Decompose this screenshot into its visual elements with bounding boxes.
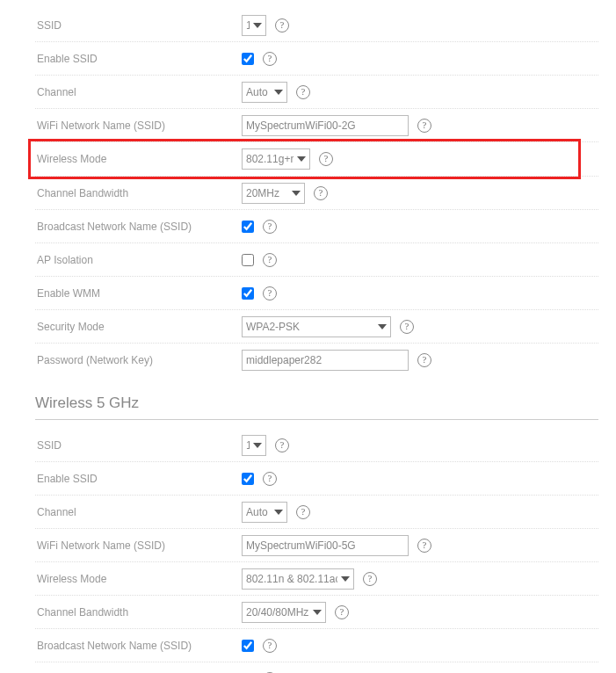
row-enable-ssid-5: Enable SSID ?: [35, 462, 598, 496]
label-enable-ssid-5: Enable SSID: [35, 473, 242, 485]
help-icon[interactable]: ?: [335, 605, 349, 619]
row-wireless-mode-5: Wireless Mode 802.11n & 802.11ac ?: [35, 562, 598, 596]
row-ap-isolation-24: AP Isolation ?: [35, 243, 598, 277]
enable-wmm-checkbox-24[interactable]: [242, 287, 254, 300]
help-icon[interactable]: ?: [314, 186, 328, 200]
ssid-select-24[interactable]: 1: [242, 15, 266, 36]
enable-ssid-checkbox-5[interactable]: [242, 473, 254, 485]
label-enable-wmm-24: Enable WMM: [35, 287, 242, 300]
row-password-24: Password (Network Key) ?: [35, 344, 598, 377]
help-icon[interactable]: ?: [275, 438, 289, 452]
channel-select-24[interactable]: Auto: [242, 82, 287, 103]
label-enable-ssid-24: Enable SSID: [35, 53, 242, 65]
row-ssid-24: SSID 1 ?: [35, 9, 598, 42]
ssid-select-5[interactable]: 1: [242, 435, 266, 456]
network-name-input-24[interactable]: [242, 115, 409, 136]
label-channel-bw-24: Channel Bandwidth: [35, 187, 242, 199]
row-network-name-24: WiFi Network Name (SSID) ?: [35, 109, 598, 142]
ap-isolation-checkbox-24[interactable]: [242, 254, 254, 266]
broadcast-checkbox-24[interactable]: [242, 221, 254, 233]
channel-select-5[interactable]: Auto: [242, 502, 287, 523]
row-channel-24: Channel Auto ?: [35, 76, 598, 109]
wireless-mode-select-24[interactable]: 802.11g+n: [242, 148, 310, 170]
wireless-mode-select-5[interactable]: 802.11n & 802.11ac: [242, 568, 354, 590]
help-icon[interactable]: ?: [263, 220, 277, 234]
help-icon[interactable]: ?: [363, 572, 377, 586]
row-wireless-mode-24: Wireless Mode 802.11g+n ?: [35, 142, 598, 177]
broadcast-checkbox-5[interactable]: [242, 640, 254, 652]
label-channel-bw-5: Channel Bandwidth: [35, 606, 242, 619]
label-security-mode-24: Security Mode: [35, 321, 242, 333]
security-mode-select-24[interactable]: WPA2-PSK: [242, 316, 391, 337]
help-icon[interactable]: ?: [400, 320, 414, 334]
row-ssid-5: SSID 1 ?: [35, 429, 598, 462]
divider: [35, 419, 598, 420]
label-channel-5: Channel: [35, 506, 242, 518]
help-icon[interactable]: ?: [296, 505, 310, 519]
password-input-24[interactable]: [242, 350, 409, 371]
help-icon[interactable]: ?: [275, 18, 289, 33]
row-network-name-5: WiFi Network Name (SSID) ?: [35, 529, 598, 562]
row-security-mode-24: Security Mode WPA2-PSK ?: [35, 310, 598, 344]
help-icon[interactable]: ?: [263, 639, 277, 653]
label-ap-isolation-24: AP Isolation: [35, 254, 242, 266]
help-icon[interactable]: ?: [263, 286, 277, 300]
label-ssid-24: SSID: [35, 19, 242, 32]
label-broadcast-5: Broadcast Network Name (SSID): [35, 640, 242, 652]
row-broadcast-24: Broadcast Network Name (SSID) ?: [35, 210, 598, 243]
help-icon[interactable]: ?: [417, 539, 431, 553]
help-icon[interactable]: ?: [263, 52, 277, 66]
label-ssid-5: SSID: [35, 439, 242, 452]
row-enable-ssid-24: Enable SSID ?: [35, 42, 598, 76]
help-icon[interactable]: ?: [263, 253, 277, 267]
label-wireless-mode-5: Wireless Mode: [35, 573, 242, 585]
label-broadcast-24: Broadcast Network Name (SSID): [35, 221, 242, 233]
channel-bw-select-24[interactable]: 20MHz: [242, 183, 305, 204]
section-title-5ghz: Wireless 5 GHz: [35, 394, 598, 412]
label-network-name-24: WiFi Network Name (SSID): [35, 119, 242, 132]
help-icon[interactable]: ?: [417, 119, 431, 133]
row-channel-bw-5: Channel Bandwidth 20/40/80MHz ?: [35, 596, 598, 629]
row-channel-bw-24: Channel Bandwidth 20MHz ?: [35, 177, 598, 210]
row-ap-isolation-5: AP Isolation ?: [35, 662, 598, 673]
help-icon[interactable]: ?: [263, 472, 277, 486]
row-channel-5: Channel Auto ?: [35, 496, 598, 529]
row-enable-wmm-24: Enable WMM ?: [35, 277, 598, 310]
label-network-name-5: WiFi Network Name (SSID): [35, 539, 242, 552]
label-channel-24: Channel: [35, 86, 242, 98]
row-broadcast-5: Broadcast Network Name (SSID) ?: [35, 629, 598, 662]
help-icon[interactable]: ?: [319, 152, 333, 166]
label-wireless-mode-24: Wireless Mode: [35, 153, 242, 165]
channel-bw-select-5[interactable]: 20/40/80MHz: [242, 602, 326, 623]
help-icon[interactable]: ?: [417, 353, 431, 367]
enable-ssid-checkbox-24[interactable]: [242, 53, 254, 65]
help-icon[interactable]: ?: [296, 85, 310, 99]
network-name-input-5[interactable]: [242, 535, 409, 556]
label-password-24: Password (Network Key): [35, 354, 242, 366]
